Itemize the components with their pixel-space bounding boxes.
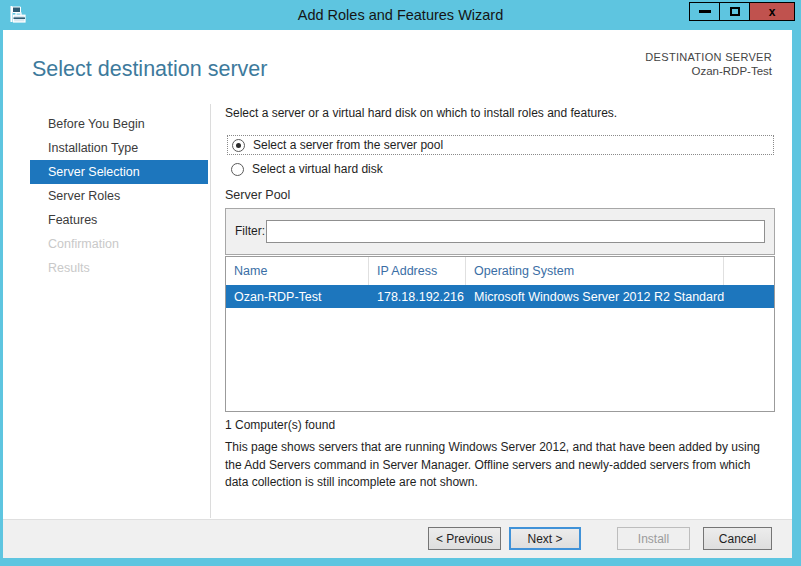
cell-server-name: Ozan-RDP-Test	[226, 290, 369, 304]
filter-input[interactable]	[266, 220, 765, 243]
window-controls: x	[690, 2, 795, 21]
sidebar-item-results: Results	[30, 256, 208, 280]
minimize-glyph	[699, 10, 711, 13]
column-header-extra	[724, 257, 774, 285]
sidebar-divider	[210, 104, 211, 518]
sidebar-item-features[interactable]: Features	[30, 208, 208, 232]
radio-button-icon[interactable]	[232, 139, 245, 152]
wizard-footer: < Previous Next > Install Cancel	[3, 519, 792, 558]
sidebar-item-confirmation: Confirmation	[30, 232, 208, 256]
sidebar-item-before-you-begin[interactable]: Before You Begin	[30, 112, 208, 136]
page-title: Select destination server	[32, 57, 267, 82]
server-pool-table: Name IP Address Operating System Ozan-RD…	[225, 256, 775, 412]
server-pool-label: Server Pool	[225, 188, 290, 202]
sidebar-item-server-selection[interactable]: Server Selection	[30, 160, 208, 184]
radio-select-server-pool[interactable]: Select a server from the server pool	[227, 135, 774, 155]
wizard-body: Select destination server DESTINATION SE…	[3, 30, 792, 558]
add-roles-features-wizard-window: { "titlebar": { "title": "Add Roles and …	[0, 0, 801, 566]
titlebar[interactable]: Add Roles and Features Wizard x	[0, 0, 801, 30]
intro-text: Select a server or a virtual hard disk o…	[225, 106, 617, 120]
column-header-name[interactable]: Name	[226, 257, 369, 285]
destination-server-block: DESTINATION SERVER Ozan-RDP-Test	[645, 51, 772, 77]
radio-button-icon[interactable]	[231, 163, 244, 176]
close-icon[interactable]: x	[749, 2, 795, 21]
sidebar-item-server-roles[interactable]: Server Roles	[30, 184, 208, 208]
column-header-operating-system[interactable]: Operating System	[466, 257, 724, 285]
table-row[interactable]: Ozan-RDP-Test 178.18.192.216 Microsoft W…	[226, 285, 774, 308]
window-title: Add Roles and Features Wizard	[0, 0, 801, 30]
cell-ip-address: 178.18.192.216	[369, 290, 466, 304]
next-button[interactable]: Next >	[509, 527, 581, 550]
minimize-icon[interactable]	[689, 2, 720, 21]
install-button: Install	[617, 527, 690, 550]
radio-label-virtual-hard-disk: Select a virtual hard disk	[252, 162, 383, 176]
column-header-ip-address[interactable]: IP Address	[369, 257, 466, 285]
sidebar-item-installation-type[interactable]: Installation Type	[30, 136, 208, 160]
cancel-button[interactable]: Cancel	[703, 527, 772, 550]
page-description: This page shows servers that are running…	[225, 439, 775, 492]
previous-button[interactable]: < Previous	[428, 527, 501, 550]
radio-select-virtual-hard-disk[interactable]: Select a virtual hard disk	[227, 159, 774, 179]
computers-found-text: 1 Computer(s) found	[225, 418, 335, 432]
filter-panel: Filter:	[225, 208, 775, 255]
maximize-glyph	[730, 7, 740, 16]
destination-server-name: Ozan-RDP-Test	[645, 65, 772, 77]
maximize-icon[interactable]	[719, 2, 750, 21]
destination-server-label: DESTINATION SERVER	[645, 51, 772, 63]
filter-label: Filter:	[235, 224, 265, 238]
cell-operating-system: Microsoft Windows Server 2012 R2 Standar…	[466, 290, 774, 304]
wizard-steps-sidebar: Before You Begin Installation Type Serve…	[30, 112, 208, 280]
radio-label-server-pool: Select a server from the server pool	[253, 138, 443, 152]
close-glyph: x	[769, 6, 776, 18]
table-header: Name IP Address Operating System	[226, 257, 774, 285]
